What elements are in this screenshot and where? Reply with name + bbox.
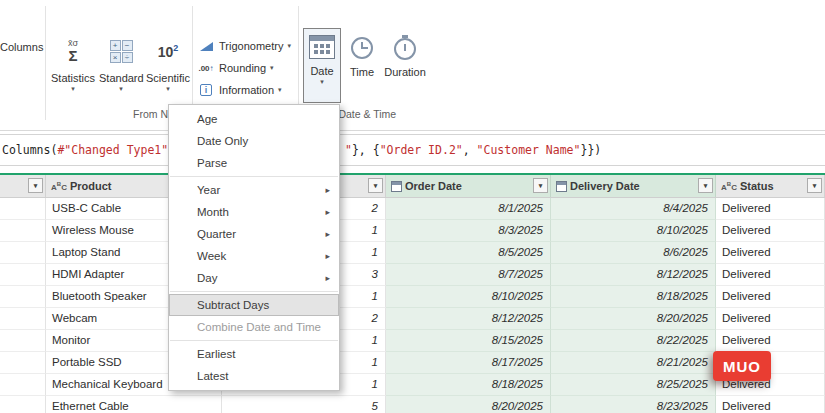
menu-item-quarter[interactable]: Quarter▸ xyxy=(169,223,339,245)
table-cell[interactable] xyxy=(0,220,46,242)
filter-button[interactable]: ▾ xyxy=(807,178,822,193)
table-row: Webcam28/12/20258/20/2025Delivered xyxy=(0,308,825,330)
table-cell[interactable]: Delivered xyxy=(716,330,825,352)
column-header-delivery-date[interactable]: Delivery Date▾ xyxy=(551,175,716,197)
submenu-arrow-icon: ▸ xyxy=(325,267,330,289)
table-cell[interactable]: Delivered xyxy=(716,242,825,264)
filter-button[interactable]: ▾ xyxy=(533,178,548,193)
table-cell[interactable]: 8/3/2025 xyxy=(386,220,551,242)
table-row: Monitor18/15/20258/22/2025Delivered xyxy=(0,330,825,352)
information-icon: i xyxy=(197,83,215,97)
table-cell[interactable]: 8/22/2025 xyxy=(551,330,716,352)
time-button[interactable]: Time xyxy=(343,30,381,102)
column-header[interactable]: ▾ xyxy=(0,175,46,197)
table-cell[interactable]: 8/10/2025 xyxy=(551,220,716,242)
column-header-order-date[interactable]: Order Date▾ xyxy=(386,175,551,197)
duration-button[interactable]: Duration xyxy=(381,30,429,102)
menu-item-year[interactable]: Year▸ xyxy=(169,179,339,201)
table-cell[interactable]: 8/4/2025 xyxy=(551,198,716,220)
column-header-label: Delivery Date xyxy=(570,180,640,192)
table-cell[interactable]: 8/7/2025 xyxy=(386,264,551,286)
table-cell[interactable]: 5 xyxy=(222,396,386,413)
table-cell[interactable]: 8/5/2025 xyxy=(386,242,551,264)
table-cell[interactable]: Ethernet Cable xyxy=(46,396,222,413)
table-cell[interactable] xyxy=(0,242,46,264)
table-cell[interactable] xyxy=(0,308,46,330)
scientific-label: Scientific xyxy=(143,72,193,85)
table-cell[interactable]: 8/12/2025 xyxy=(551,264,716,286)
table-cell[interactable]: 8/18/2025 xyxy=(386,374,551,396)
data-grid: ▾ABCProduct▾▾Order Date▾Delivery Date▾AB… xyxy=(0,173,825,413)
statistics-icon: x̄σ Σ xyxy=(68,39,78,63)
filter-button[interactable]: ▾ xyxy=(28,178,43,193)
scientific-button[interactable]: 102 Scientific ▾ xyxy=(143,30,193,102)
menu-item-day[interactable]: Day▸ xyxy=(169,267,339,289)
table-cell[interactable]: Delivered xyxy=(716,220,825,242)
table-cell[interactable]: 8/25/2025 xyxy=(551,374,716,396)
table-cell[interactable] xyxy=(0,396,46,413)
table-cell[interactable]: 8/20/2025 xyxy=(386,396,551,413)
chevron-down-icon: ▾ xyxy=(278,86,282,94)
menu-item-subtract-days[interactable]: Subtract Days xyxy=(169,294,339,316)
menu-item-week[interactable]: Week▸ xyxy=(169,245,339,267)
statistics-button[interactable]: x̄σ Σ Statistics ▾ xyxy=(47,30,99,102)
table-cell[interactable]: Delivered xyxy=(716,396,825,413)
menu-item-age[interactable]: Age xyxy=(169,108,339,130)
table-cell[interactable]: Delivered xyxy=(716,308,825,330)
menu-item-label: Combine Date and Time xyxy=(197,321,321,333)
stopwatch-icon xyxy=(394,35,416,61)
table-cell[interactable] xyxy=(0,286,46,308)
formula-segment: #"Changed Type1" xyxy=(57,143,168,157)
table-cell[interactable]: 8/21/2025 xyxy=(551,352,716,374)
information-label: Information xyxy=(219,84,274,96)
statistics-label: Statistics xyxy=(47,72,99,85)
table-cell[interactable]: 8/1/2025 xyxy=(386,198,551,220)
standard-button[interactable]: + − × ÷ Standard ▾ xyxy=(99,30,143,102)
table-cell[interactable]: Delivered xyxy=(716,286,825,308)
column-header-label: Product xyxy=(70,180,112,192)
date-type-icon xyxy=(391,181,402,192)
duration-label: Duration xyxy=(381,66,429,79)
information-button[interactable]: i Information ▾ xyxy=(197,80,305,100)
table-cell[interactable] xyxy=(0,352,46,374)
table-cell[interactable]: 8/15/2025 xyxy=(386,330,551,352)
column-header-label: Status xyxy=(740,180,774,192)
table-cell[interactable]: 8/10/2025 xyxy=(386,286,551,308)
filter-button[interactable]: ▾ xyxy=(698,178,713,193)
table-cell[interactable]: 8/20/2025 xyxy=(551,308,716,330)
submenu-arrow-icon: ▸ xyxy=(325,245,330,267)
table-cell[interactable]: 8/6/2025 xyxy=(551,242,716,264)
table-cell[interactable]: 8/18/2025 xyxy=(551,286,716,308)
menu-item-label: Subtract Days xyxy=(197,299,269,311)
rounding-label: Rounding xyxy=(219,62,266,74)
table-cell[interactable] xyxy=(0,374,46,396)
table-cell[interactable]: 8/17/2025 xyxy=(386,352,551,374)
table-cell[interactable]: 8/12/2025 xyxy=(386,308,551,330)
menu-item-combine-date-and-time[interactable]: Combine Date and Time xyxy=(169,316,339,338)
table-cell[interactable]: Delivered xyxy=(716,198,825,220)
menu-item-date-only[interactable]: Date Only xyxy=(169,130,339,152)
date-button[interactable]: Date ▾ xyxy=(303,28,341,103)
filter-button[interactable]: ▾ xyxy=(368,178,383,193)
menu-separator xyxy=(170,176,338,177)
menu-item-parse[interactable]: Parse xyxy=(169,152,339,174)
table-cell[interactable] xyxy=(0,198,46,220)
formula-bar[interactable]: Columns(#"Changed Type1", "}, {"Order ID… xyxy=(0,134,825,166)
table-cell[interactable]: 8/23/2025 xyxy=(551,396,716,413)
table-row: HDMI Adapter38/7/20258/12/2025Delivered xyxy=(0,264,825,286)
menu-item-label: Year xyxy=(197,184,220,196)
muo-watermark-text: MUO xyxy=(723,358,761,375)
menu-item-earliest[interactable]: Earliest xyxy=(169,343,339,365)
trigonometry-button[interactable]: Trigonometry ▾ xyxy=(197,36,305,56)
menu-item-label: Latest xyxy=(197,370,228,382)
column-header-status[interactable]: ABCStatus▾ xyxy=(716,175,825,197)
menu-item-latest[interactable]: Latest xyxy=(169,365,339,387)
table-cell[interactable]: Delivered xyxy=(716,264,825,286)
calendar-icon xyxy=(309,35,335,59)
formula-segment: " xyxy=(345,143,352,157)
table-cell[interactable] xyxy=(0,264,46,286)
table-cell[interactable] xyxy=(0,330,46,352)
rounding-button[interactable]: .00↑ Rounding ▾ xyxy=(197,58,305,78)
date-label: Date xyxy=(304,65,340,78)
menu-item-month[interactable]: Month▸ xyxy=(169,201,339,223)
